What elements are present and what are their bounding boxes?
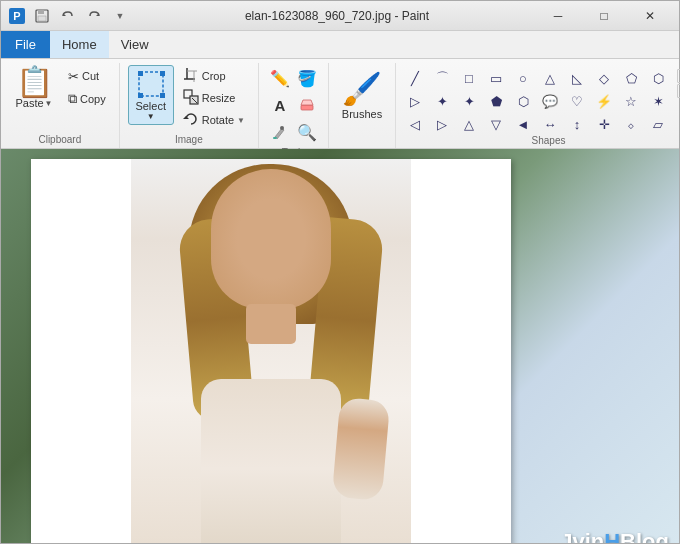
- cut-icon: ✂: [68, 69, 79, 84]
- shape-diamond[interactable]: ◇: [591, 67, 617, 89]
- copy-button[interactable]: ⧉ Copy: [63, 88, 111, 110]
- person-image: [131, 159, 411, 543]
- paste-dropdown-arrow: ▼: [45, 99, 53, 108]
- paste-label: Paste: [15, 97, 43, 109]
- shape-extra1[interactable]: ⬦: [618, 113, 644, 135]
- clipboard-content: 📋 Paste ▼ ✂ Cut ⧉ Copy: [9, 63, 111, 134]
- shape-lightning[interactable]: ⚡: [591, 90, 617, 112]
- shape-right-triangle[interactable]: ◺: [564, 67, 590, 89]
- quick-save-button[interactable]: [31, 5, 53, 27]
- shape-arrow-r[interactable]: ▷: [402, 90, 428, 112]
- rotate-icon: [183, 111, 199, 129]
- menu-file[interactable]: File: [1, 31, 50, 58]
- menu-home[interactable]: Home: [50, 31, 109, 58]
- svg-rect-11: [160, 93, 165, 98]
- shape-arrow-ud[interactable]: ↕: [564, 113, 590, 135]
- cut-button[interactable]: ✂ Cut: [63, 65, 111, 87]
- window-controls: ─ □ ✕: [535, 1, 673, 31]
- shape-hexagon[interactable]: ⬡: [645, 67, 671, 89]
- shape-arrow-6[interactable]: ⬡: [510, 90, 536, 112]
- svg-point-22: [280, 126, 284, 130]
- shape-arrow-bl2[interactable]: ◄: [510, 113, 536, 135]
- shapes-group: ╱ ⌒ □ ▭ ○ △ ◺ ◇ ⬠ ⬡ ▷ ✦ ✦ ⬟ ⬡ 💬: [396, 63, 680, 148]
- image-canvas[interactable]: [31, 159, 511, 543]
- rotate-arrow: ▼: [237, 116, 245, 125]
- shape-arrow-bl[interactable]: ◁: [402, 113, 428, 135]
- shape-rect[interactable]: □: [456, 67, 482, 89]
- svg-rect-20: [301, 105, 313, 110]
- shape-rect-round[interactable]: ▭: [483, 67, 509, 89]
- image-label: Image: [128, 134, 250, 148]
- shape-arrow-4d[interactable]: ✛: [591, 113, 617, 135]
- eraser-tool[interactable]: [294, 92, 320, 118]
- tools-content: ✏️ 🪣 A: [267, 63, 320, 147]
- paste-icon: 📋: [16, 67, 53, 97]
- shapes-grid: ╱ ⌒ □ ▭ ○ △ ◺ ◇ ⬠ ⬡ ▷ ✦ ✦ ⬟ ⬡ 💬: [402, 67, 671, 135]
- quick-access-dropdown[interactable]: ▼: [109, 5, 131, 27]
- svg-rect-9: [160, 71, 165, 76]
- canvas-area: JvinHBlog: [1, 149, 679, 543]
- shape-curve[interactable]: ⌒: [429, 67, 455, 89]
- maximize-button[interactable]: □: [581, 1, 627, 31]
- quick-redo-button[interactable]: [83, 5, 105, 27]
- resize-icon: [183, 89, 199, 107]
- shape-extra2[interactable]: ▱: [645, 113, 671, 135]
- pencil-tool[interactable]: ✏️: [267, 65, 293, 91]
- canvas-background: JvinHBlog: [1, 149, 679, 543]
- ribbon: 📋 Paste ▼ ✂ Cut ⧉ Copy: [1, 59, 679, 149]
- paste-button[interactable]: 📋 Paste ▼: [9, 65, 59, 111]
- fill-tool[interactable]: 🪣: [294, 65, 320, 91]
- person-shoulder: [332, 397, 391, 501]
- close-button[interactable]: ✕: [627, 1, 673, 31]
- shape-arrow-bu[interactable]: △: [456, 113, 482, 135]
- select-dropdown: ▼: [147, 112, 155, 121]
- shape-arrow-4[interactable]: ✦: [456, 90, 482, 112]
- shape-arrow-br[interactable]: ▷: [429, 113, 455, 135]
- crop-icon: [183, 67, 199, 85]
- shape-heart[interactable]: ♡: [564, 90, 590, 112]
- shape-ellipse[interactable]: ○: [510, 67, 536, 89]
- cut-copy-group: ✂ Cut ⧉ Copy: [63, 65, 111, 110]
- shape-triangle[interactable]: △: [537, 67, 563, 89]
- select-icon: [137, 70, 165, 100]
- rotate-button[interactable]: Rotate ▼: [178, 109, 250, 131]
- shapes-label: Shapes: [402, 135, 680, 149]
- menu-bar: File Home View: [1, 31, 679, 59]
- image-buttons-col: Crop Resize: [178, 65, 250, 131]
- app-window: P ▼ elan-1623088_960_720.jpg - Paint ─ □…: [0, 0, 680, 544]
- shape-star5[interactable]: ☆: [618, 90, 644, 112]
- menu-view[interactable]: View: [109, 31, 161, 58]
- shape-callout[interactable]: 💬: [537, 90, 563, 112]
- svg-rect-3: [38, 10, 44, 14]
- person-neck: [246, 304, 296, 344]
- shape-pentagon[interactable]: ⬠: [618, 67, 644, 89]
- color-picker-tool[interactable]: [267, 119, 293, 145]
- brushes-group: 🖌️ Brushes: [329, 63, 396, 148]
- shape-arrow-star[interactable]: ✦: [429, 90, 455, 112]
- person-head: [211, 169, 331, 309]
- svg-marker-19: [183, 116, 189, 119]
- svg-marker-21: [301, 100, 313, 105]
- svg-rect-8: [138, 71, 143, 76]
- select-button[interactable]: Select ▼: [128, 65, 174, 125]
- shape-star6[interactable]: ✶: [645, 90, 671, 112]
- brushes-icon: 🖌️: [342, 70, 382, 108]
- svg-text:P: P: [13, 10, 20, 22]
- text-tool[interactable]: A: [267, 92, 293, 118]
- magnify-tool[interactable]: 🔍: [294, 119, 320, 145]
- resize-button[interactable]: Resize: [178, 87, 250, 109]
- brushes-button[interactable]: 🖌️ Brushes: [337, 65, 387, 125]
- tools-group: ✏️ 🪣 A: [259, 63, 329, 148]
- quick-undo-button[interactable]: [57, 5, 79, 27]
- minimize-button[interactable]: ─: [535, 1, 581, 31]
- title-bar: P ▼ elan-1623088_960_720.jpg - Paint ─ □…: [1, 1, 679, 31]
- shape-line[interactable]: ╱: [402, 67, 428, 89]
- brushes-label: Brushes: [342, 108, 382, 120]
- crop-button[interactable]: Crop: [178, 65, 250, 87]
- shape-arrow-lr[interactable]: ↔: [537, 113, 563, 135]
- tools-grid: ✏️ 🪣 A: [267, 65, 320, 145]
- copy-icon: ⧉: [68, 91, 77, 107]
- person-body: [201, 379, 341, 543]
- shape-arrow-5[interactable]: ⬟: [483, 90, 509, 112]
- shape-arrow-bd[interactable]: ▽: [483, 113, 509, 135]
